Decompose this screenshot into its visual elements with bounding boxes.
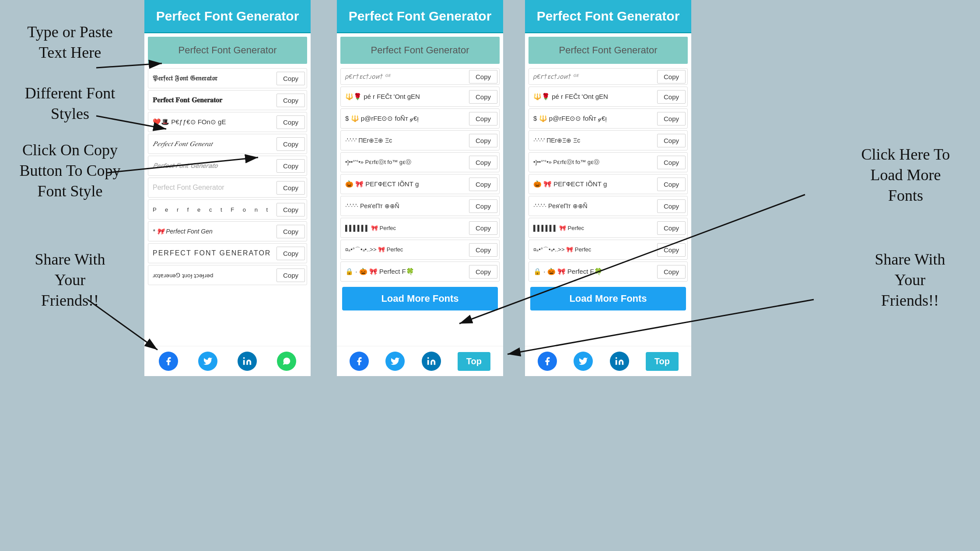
svg-point-2	[615, 357, 617, 359]
third-row-4: •]••°'°•» PɛrfɛⓄt fo™ gɛⓄ Copy	[528, 152, 688, 172]
right-social-bar: Top	[337, 346, 503, 376]
third-row-9: 🔒 · 🎃 🎀 Perfect F🍀 Copy	[528, 262, 688, 282]
third-copy-1[interactable]: Copy	[657, 90, 686, 104]
font-text-faded: Perfect Font Generator	[150, 182, 276, 193]
font-text-sans-italic: 𝘗𝘦𝘳𝘧𝘦𝘤𝘵 𝘍𝘰𝘯𝘵 𝘎𝘦𝘯𝘦𝘳𝘢𝘵𝘰	[150, 160, 276, 171]
load-more-btn[interactable]: Load More Fonts	[342, 287, 498, 310]
third-phone-panel: Perfect Font Generator ρ€ᴦ†ᴇᴄ†ᴊᴏᴎ† ᴳᴱ Co…	[525, 0, 691, 376]
copy-btn-faded[interactable]: Copy	[276, 181, 305, 195]
font-row-bold: 𝐏𝐞𝐫𝐟𝐞𝐜𝐭 𝐅𝐨𝐧𝐭 𝐆𝐞𝐧𝐞𝐫𝐚𝐭𝐨𝐫 Copy	[148, 90, 307, 110]
copy-btn-flipped[interactable]: Copy	[276, 269, 305, 282]
font-text-bold: 𝐏𝐞𝐫𝐟𝐞𝐜𝐭 𝐅𝐨𝐧𝐭 𝐆𝐞𝐧𝐞𝐫𝐚𝐭𝐨𝐫	[150, 94, 276, 106]
copy-btn-emoji3[interactable]: Copy	[469, 112, 497, 126]
left-panel-header: Perfect Font Generator	[144, 0, 311, 33]
right-twitter-btn[interactable]	[385, 352, 405, 371]
annotation-load-more: Click Here ToLoad MoreFonts	[844, 144, 967, 206]
font-row-emoji5: 🔒 · 🎃 🎀 Perfect F🍀 Copy	[340, 262, 500, 282]
font-row-dots: ∙'∙'∙'∙' ΠΕr⊕Ξ⊕ Ξc Copy	[340, 130, 500, 150]
third-text-9: 🔒 · 🎃 🎀 Perfect F🍀	[531, 266, 657, 277]
left-whatsapp-btn[interactable]	[277, 352, 296, 371]
third-row-8: ¤ₐ•°⌒•ₐ•..>> 🎀 Perfec Copy	[528, 240, 688, 260]
third-row-5: 🎃 🎀 ΡΕГФΕCТ ΙÕΝТ g Copy	[528, 174, 688, 194]
third-row-7: ▌▌▌▌▌▌ 🎀 Perfec Copy	[528, 218, 688, 238]
third-twitter-btn[interactable]	[574, 352, 593, 371]
font-text-bars: ▌▌▌▌▌▌ 🎀 Perfec	[343, 223, 469, 233]
copy-btn-blackletter[interactable]: Copy	[276, 72, 305, 85]
third-text-input[interactable]	[528, 37, 688, 64]
copy-btn-emoji2[interactable]: Copy	[469, 90, 497, 104]
font-text-emoji3: $ 🔱 p@rFE⊙⊙ foÑт ℊ€ᴉ	[343, 113, 469, 124]
third-linkedin-btn[interactable]	[610, 352, 629, 371]
third-copy-7[interactable]: Copy	[657, 221, 686, 235]
font-row-emoji: ❤️🎩 P€ƒƒ€⊙ FOn⊙ gE Copy	[148, 112, 307, 132]
third-copy-2[interactable]: Copy	[657, 112, 686, 126]
font-text-emoji4: 🎃 🎀 ΡΕГФΕCТ ΙÕΝТ g	[343, 178, 469, 190]
left-facebook-btn[interactable]	[159, 352, 178, 371]
third-copy-9[interactable]: Copy	[657, 265, 686, 279]
third-copy-8[interactable]: Copy	[657, 243, 686, 257]
third-copy-3[interactable]: Copy	[657, 134, 686, 147]
font-text-italic: 𝑃𝑒𝑟𝑓𝑒𝑐𝑡 𝐹𝑜𝑛𝑡 𝐺𝑒𝑛𝑒𝑟𝑎𝑡	[150, 138, 276, 150]
copy-btn-dots2[interactable]: Copy	[469, 199, 497, 213]
right-facebook-btn[interactable]	[350, 352, 369, 371]
copy-btn-border[interactable]: Copy	[469, 156, 497, 169]
third-text-8: ¤ₐ•°⌒•ₐ•..>> 🎀 Perfec	[531, 244, 657, 255]
annotation-click-copy: Click On CopyButton To CopyFont Style	[9, 140, 131, 201]
right-text-input[interactable]	[340, 37, 500, 64]
third-social-bar: Top	[525, 346, 691, 376]
third-row-1: 🔱🌹 pé r FEČt 'Ont gEN Copy	[528, 87, 688, 107]
third-copy-6[interactable]: Copy	[657, 199, 686, 213]
third-copy-4[interactable]: Copy	[657, 156, 686, 169]
copy-btn-decorated[interactable]: Copy	[276, 225, 305, 238]
font-row-emoji4: 🎃 🎀 ΡΕГФΕCТ ΙÕΝТ g Copy	[340, 174, 500, 194]
copy-btn-caps[interactable]: Copy	[276, 247, 305, 260]
left-linkedin-btn[interactable]	[238, 352, 257, 371]
copy-btn-spaced[interactable]: Copy	[276, 203, 305, 216]
third-text-3: ∙'∙'∙'∙' ΠΕr⊕Ξ⊕ Ξc	[531, 135, 657, 146]
third-facebook-btn[interactable]	[538, 352, 557, 371]
copy-btn-emoji5[interactable]: Copy	[469, 265, 497, 279]
annotation-font-styles: Different Font Styles	[13, 83, 127, 124]
third-text-1: 🔱🌹 pé r FEČt 'Ont gEN	[531, 91, 657, 102]
annotation-share-left: Share WithYourFriends!!	[13, 249, 127, 310]
left-panel-body: 𝔓𝔢𝔯𝔣𝔢𝔠𝔱 𝔉𝔬𝔫𝔱 𝔊𝔢𝔫𝔢𝔯𝔞𝔱𝔬𝔯 Copy 𝐏𝐞𝐫𝐟𝐞𝐜𝐭 𝐅𝐨𝐧𝐭…	[144, 33, 311, 346]
third-row-6: ∙'∙'∙'∙'∙ Pея'еΠт ⊕⊕Ñ Copy	[528, 196, 688, 216]
third-text-6: ∙'∙'∙'∙'∙ Pея'еΠт ⊕⊕Ñ	[531, 201, 657, 211]
copy-btn-partial[interactable]: Copy	[469, 70, 497, 84]
annotation-share-right: Share WithYourFriends!!	[849, 249, 971, 310]
font-text-emoji5: 🔒 · 🎃 🎀 Perfect F🍀	[343, 266, 469, 277]
right-panel-header: Perfect Font Generator	[337, 0, 503, 33]
copy-btn-dots[interactable]: Copy	[469, 134, 497, 147]
top-btn[interactable]: Top	[458, 352, 490, 371]
font-row-emoji3: $ 🔱 p@rFE⊙⊙ foÑт ℊ€ᴉ Copy	[340, 108, 500, 129]
font-text-fancy: ¤ₐ•°⌒•ₐ•..>> 🎀 Perfec	[343, 244, 469, 255]
copy-btn-italic[interactable]: Copy	[276, 137, 305, 151]
font-text-decorated: * 🎀 Perfect Font Gen	[150, 226, 276, 237]
left-text-input[interactable]	[148, 37, 307, 64]
copy-btn-sans-italic[interactable]: Copy	[276, 159, 305, 173]
font-text-spaced: P e r f e c t F o n t	[150, 205, 276, 215]
copy-btn-emoji[interactable]: Copy	[276, 115, 305, 129]
third-load-more-btn[interactable]: Load More Fonts	[530, 287, 686, 310]
right-panel-body: ρ€ᴦ†ᴇᴄ†ᴊᴏᴎ† ᴳᴱ Copy 🔱🌹 pé r FEČt 'Ont gE…	[337, 33, 503, 346]
third-text-2: $ 🔱 p@rFE⊙⊙ foÑт ℊ€ᴉ	[531, 113, 657, 124]
font-row-border: •]••°'°•» PɛrfɛⓄt fo™ gɛⓄ Copy	[340, 152, 500, 172]
font-text-blackletter: 𝔓𝔢𝔯𝔣𝔢𝔠𝔱 𝔉𝔬𝔫𝔱 𝔊𝔢𝔫𝔢𝔯𝔞𝔱𝔬𝔯	[150, 73, 276, 84]
left-twitter-btn[interactable]	[198, 352, 217, 371]
copy-btn-fancy[interactable]: Copy	[469, 243, 497, 257]
copy-btn-bold[interactable]: Copy	[276, 94, 305, 107]
third-copy-partial[interactable]: Copy	[657, 70, 686, 84]
third-text-partial: ρ€ᴦ†ᴇᴄ†ᴊᴏᴎ† ᴳᴱ	[531, 72, 657, 81]
font-row-blackletter: 𝔓𝔢𝔯𝔣𝔢𝔠𝔱 𝔉𝔬𝔫𝔱 𝔊𝔢𝔫𝔢𝔯𝔞𝔱𝔬𝔯 Copy	[148, 68, 307, 88]
copy-btn-emoji4[interactable]: Copy	[469, 178, 497, 191]
right-linkedin-btn[interactable]	[422, 352, 441, 371]
font-row-sans-italic: 𝘗𝘦𝘳𝘧𝘦𝘤𝘵 𝘍𝘰𝘯𝘵 𝘎𝘦𝘯𝘦𝘳𝘢𝘵𝘰 Copy	[148, 156, 307, 176]
third-top-btn[interactable]: Top	[646, 352, 679, 371]
svg-point-0	[243, 357, 245, 359]
third-panel-body: ρ€ᴦ†ᴇᴄ†ᴊᴏᴎ† ᴳᴱ Copy 🔱🌹 pé r FEČt 'Ont gE…	[525, 33, 691, 346]
copy-btn-bars[interactable]: Copy	[469, 221, 497, 235]
third-copy-5[interactable]: Copy	[657, 178, 686, 191]
font-text-caps: PERFECT FONT GENERATOR	[150, 248, 276, 259]
font-text-flipped: ɹoʇɐɹǝuǝ⅁ ʇuoɟ ʇɔǝɟɹǝd	[150, 270, 276, 280]
third-text-7: ▌▌▌▌▌▌ 🎀 Perfec	[531, 223, 657, 233]
